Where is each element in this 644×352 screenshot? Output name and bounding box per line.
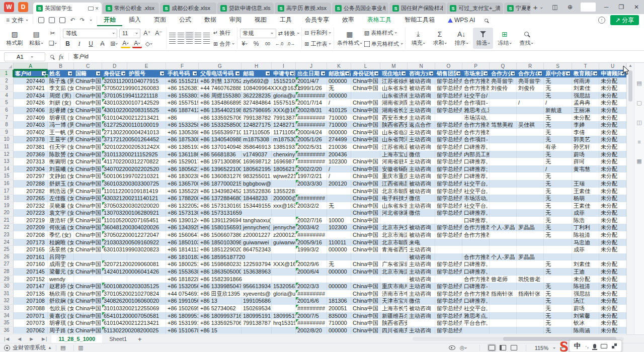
cell[interactable]: 天津市宝坻 <box>380 297 408 305</box>
close-icon[interactable]: ✕ <box>629 4 644 11</box>
cell[interactable]: ######### <box>296 151 327 158</box>
cell[interactable] <box>380 276 408 283</box>
cell[interactable]: 无 <box>544 319 572 327</box>
cell[interactable]: +86 52734062 <box>199 305 242 312</box>
cell[interactable] <box>327 290 351 298</box>
filter-header-cell[interactable]: 销售团队 <box>435 70 462 77</box>
cell[interactable]: 未分配 <box>599 239 626 246</box>
cell[interactable]: 蔚玚 <box>572 151 599 158</box>
cell[interactable]: 留学总经办 <box>435 188 462 195</box>
cell[interactable]: China中国 <box>351 319 380 327</box>
cell[interactable] <box>490 231 517 239</box>
cell[interactable]: 湖南省浏阳 <box>380 99 408 107</box>
cell[interactable]: 210036 <box>327 143 351 151</box>
cell[interactable]: +86 1533258500 <box>199 121 242 129</box>
cell[interactable] <box>517 151 544 158</box>
cell[interactable]: 主动咨询 <box>408 312 435 320</box>
cell[interactable]: +86 13901242 <box>166 217 199 224</box>
filter-header-cell[interactable]: 身份证地 <box>351 70 380 77</box>
cell[interactable]: 102300 <box>327 224 351 231</box>
cell[interactable]: 电子科技大 <box>380 195 408 202</box>
keyboard-icon[interactable] <box>601 344 607 348</box>
cell[interactable]: ziyi5692@ <box>242 77 272 85</box>
cell[interactable]: 180995191 <box>272 312 296 320</box>
file-tab[interactable]: S公务员国企事业单 <box>332 3 388 14</box>
cell[interactable]: 留学总经办 <box>435 297 462 305</box>
cell[interactable]: China中国 <box>74 327 102 334</box>
cell[interactable]: 2003/3/30 <box>296 180 327 188</box>
cell[interactable]: China中国 <box>74 283 102 290</box>
cell[interactable] <box>490 172 517 180</box>
cell[interactable]: 2002/5/31 <box>296 143 327 151</box>
convert-button[interactable]: ⇄转换 <box>278 29 299 38</box>
save-icon[interactable] <box>38 17 44 23</box>
filter-header-cell[interactable]: 父母电话号码 <box>199 70 242 77</box>
cell[interactable]: 32010220020531242X <box>102 143 127 151</box>
cell[interactable]: China中国 <box>74 188 102 195</box>
cell[interactable]: 207108 <box>14 297 48 305</box>
cell[interactable]: 市场活动, <box>462 114 490 122</box>
number-format-select[interactable]: 常规 <box>240 29 276 38</box>
cell[interactable]: 320721200209060081 <box>102 260 127 268</box>
merge-cells-button[interactable]: ⊞合并 <box>213 39 234 49</box>
row-header[interactable]: 32 <box>0 297 14 305</box>
cell[interactable]: 彭睿婧 (女 <box>48 107 74 114</box>
cell[interactable]: 207071 <box>14 312 48 320</box>
cell[interactable]: China中国 <box>351 114 380 122</box>
cell-style-button[interactable]: 单元格样式 <box>364 39 403 49</box>
cell[interactable]: 未分配 <box>599 202 626 210</box>
cell[interactable]: 无 <box>544 114 572 122</box>
cell[interactable]: 430321200211140121 <box>102 195 127 202</box>
cell[interactable] <box>351 151 380 158</box>
filter-dropdown-icon[interactable] <box>537 71 542 76</box>
cell[interactable]: 无 <box>544 327 572 334</box>
cell[interactable]: 雅思考点,雅 <box>462 107 490 114</box>
cell[interactable] <box>517 180 544 188</box>
cell[interactable]: 207173 <box>14 239 48 246</box>
cell[interactable]: 重庆市重庆 <box>380 172 408 180</box>
sheet-tab-Sheet1[interactable]: Sheet1 <box>102 335 134 343</box>
cell[interactable]: 吕同学 <box>48 253 74 261</box>
cell[interactable]: 口碑推荐, <box>462 260 490 268</box>
cell[interactable]: 留学总经办 <box>435 202 462 210</box>
cell[interactable]: +86 19910568 <box>166 297 199 305</box>
cell[interactable]: 207378 <box>14 136 48 143</box>
cell[interactable]: China中国 <box>351 305 380 312</box>
cell[interactable]: +86 1877000215 <box>199 180 242 188</box>
decrease-font-icon[interactable]: A⁻ <box>154 29 164 38</box>
filter-header-cell[interactable]: 出生日期 <box>296 70 327 77</box>
cell[interactable]: China中国 <box>74 312 102 320</box>
cell[interactable] <box>490 99 517 107</box>
row-header[interactable]: 25 <box>0 246 14 253</box>
cell[interactable]: 未分配 <box>599 312 626 320</box>
cell[interactable] <box>327 253 351 261</box>
cell[interactable]: China中国 <box>351 268 380 276</box>
cell[interactable] <box>517 136 544 143</box>
cell[interactable]: 180562195 <box>242 165 272 173</box>
cell[interactable]: +86 1573130169 <box>199 202 242 210</box>
cell[interactable]: 150269534 <box>242 305 272 312</box>
cell[interactable]: +86 15152100 <box>166 77 199 85</box>
cell[interactable]: z20001227 <box>272 231 296 239</box>
cell[interactable]: 2000/7/5 <box>296 312 327 320</box>
cell[interactable]: China中国 <box>74 202 102 210</box>
file-tab[interactable]: S贷款申请信息.xlsx <box>217 3 274 14</box>
cell[interactable]: 刘俊伶 <box>490 84 517 92</box>
column-header-J[interactable]: J <box>296 63 327 70</box>
cell[interactable]: China中国 <box>74 92 102 100</box>
cell[interactable]: +86 1360831276 <box>199 172 242 180</box>
cell[interactable]: ######### <box>296 114 327 122</box>
cell[interactable]: 黄韦慧 <box>572 165 599 173</box>
cell[interactable]: 207165 <box>14 246 48 253</box>
cell[interactable]: 000000 <box>327 92 351 100</box>
column-header-R[interactable]: R <box>517 63 544 70</box>
decrease-decimal-button[interactable]: .0→ <box>286 40 296 48</box>
row-header[interactable]: 10 <box>0 136 14 143</box>
cell[interactable]: +44 7460762888 <box>199 84 242 92</box>
status-outline-icon[interactable]: ▥ <box>78 344 83 351</box>
cell[interactable] <box>462 239 490 246</box>
ime-punct-icon[interactable]: ·, <box>585 342 589 349</box>
cell[interactable]: China中国 <box>74 143 102 151</box>
cell[interactable]: 陈祖清 <box>572 231 599 239</box>
cell[interactable]: 2003/2/2 <box>296 202 327 210</box>
